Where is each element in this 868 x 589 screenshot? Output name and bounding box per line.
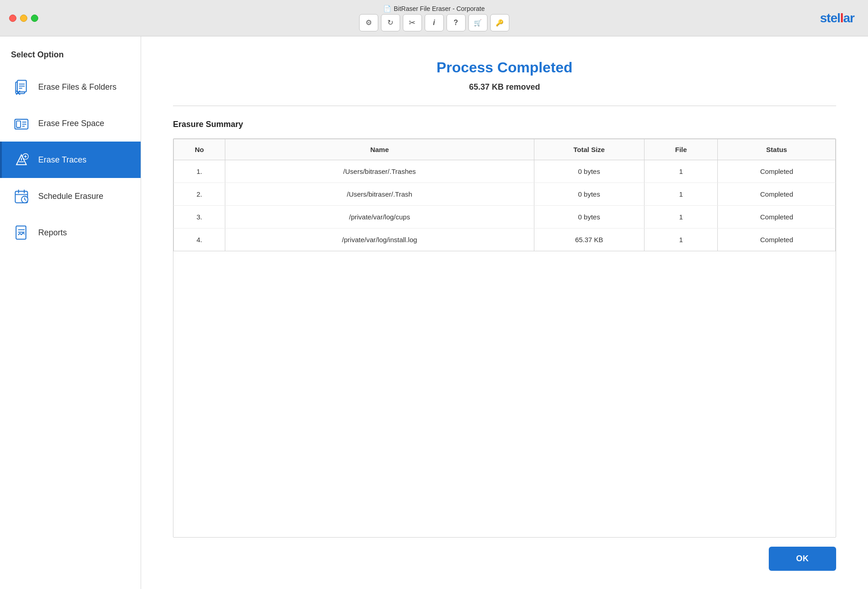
info-button[interactable]: i [425,14,444,31]
sidebar-item-label-schedule-erasure: Schedule Erasure [38,192,103,201]
cell-status: Completed [718,160,836,183]
process-subtitle: 65.37 KB removed [173,82,836,92]
cell-size: 0 bytes [534,160,644,183]
erase-button[interactable]: ✂ [403,14,422,31]
table-row: 4. /private/var/log/install.log 65.37 KB… [174,228,836,251]
summary-table-container: No Name Total Size File Status 1. /Users… [173,138,836,538]
col-header-size: Total Size [534,139,644,160]
cell-no: 1. [174,160,225,183]
cell-status: Completed [718,183,836,206]
erasure-summary-title: Erasure Summary [173,120,836,129]
help-button[interactable]: ? [447,14,466,31]
settings-button[interactable]: ⚙ [359,14,378,31]
table-row: 1. /Users/bitraser/.Trashes 0 bytes 1 Co… [174,160,836,183]
title-center: 📄 BitRaser File Eraser - Corporate ⚙ ↻ ✂… [359,5,509,31]
svg-rect-8 [16,121,20,127]
sidebar-item-erase-files[interactable]: Erase Files & Folders [0,69,141,105]
col-header-name: Name [225,139,534,160]
close-button[interactable] [9,15,16,22]
app-title-text: BitRaser File Eraser - Corporate [394,5,485,12]
reports-icon [13,224,30,241]
cell-file: 1 [644,160,718,183]
section-divider [173,106,836,106]
cell-no: 3. [174,206,225,228]
col-header-file: File [644,139,718,160]
summary-table: No Name Total Size File Status 1. /Users… [173,139,836,251]
col-header-status: Status [718,139,836,160]
main-layout: Select Option Erase Files & Folders [0,36,868,589]
cell-no: 4. [174,228,225,251]
erase-free-space-icon [13,115,30,132]
title-bar: 📄 BitRaser File Eraser - Corporate ⚙ ↻ ✂… [0,0,868,36]
minimize-button[interactable] [20,15,27,22]
cell-file: 1 [644,206,718,228]
sidebar-item-schedule-erasure[interactable]: Schedule Erasure [0,178,141,214]
erase-traces-icon [13,152,30,168]
cell-file: 1 [644,183,718,206]
cell-name: /private/var/log/install.log [225,228,534,251]
content-area: Process Completed 65.37 KB removed Erasu… [141,36,868,589]
sidebar-item-label-erase-free-space: Erase Free Space [38,119,104,128]
schedule-erasure-icon [13,188,30,204]
ok-button[interactable]: OK [769,547,836,571]
table-row: 3. /private/var/log/cups 0 bytes 1 Compl… [174,206,836,228]
cell-name: /private/var/log/cups [225,206,534,228]
sidebar-item-label-erase-files: Erase Files & Folders [38,82,117,92]
cell-size: 0 bytes [534,183,644,206]
traffic-lights [9,15,38,22]
sidebar-item-label-reports: Reports [38,228,67,238]
app-title: 📄 BitRaser File Eraser - Corporate [383,5,485,12]
cell-size: 0 bytes [534,206,644,228]
cell-file: 1 [644,228,718,251]
app-title-icon: 📄 [383,5,391,12]
col-header-no: No [174,139,225,160]
maximize-button[interactable] [31,15,38,22]
table-row: 2. /Users/bitraser/.Trash 0 bytes 1 Comp… [174,183,836,206]
cell-status: Completed [718,228,836,251]
sidebar-item-label-erase-traces: Erase Traces [38,155,86,165]
refresh-button[interactable]: ↻ [381,14,400,31]
process-title: Process Completed [173,59,836,76]
ok-button-container: OK [173,538,836,575]
sidebar-title: Select Option [0,46,141,69]
sidebar-item-erase-traces[interactable]: Erase Traces [0,142,141,178]
cell-status: Completed [718,206,836,228]
cart-button[interactable]: 🛒 [468,14,487,31]
cell-name: /Users/bitraser/.Trash [225,183,534,206]
toolbar: ⚙ ↻ ✂ i ? 🛒 🔑 [359,14,509,31]
cell-no: 2. [174,183,225,206]
sidebar: Select Option Erase Files & Folders [0,36,141,589]
erase-files-icon [13,79,30,95]
stellar-highlight: l [840,11,843,25]
key-button[interactable]: 🔑 [490,14,509,31]
stellar-logo: stellar [820,11,855,25]
sidebar-item-reports[interactable]: Reports [0,214,141,251]
sidebar-item-erase-free-space[interactable]: Erase Free Space [0,105,141,142]
cell-size: 65.37 KB [534,228,644,251]
cell-name: /Users/bitraser/.Trashes [225,160,534,183]
